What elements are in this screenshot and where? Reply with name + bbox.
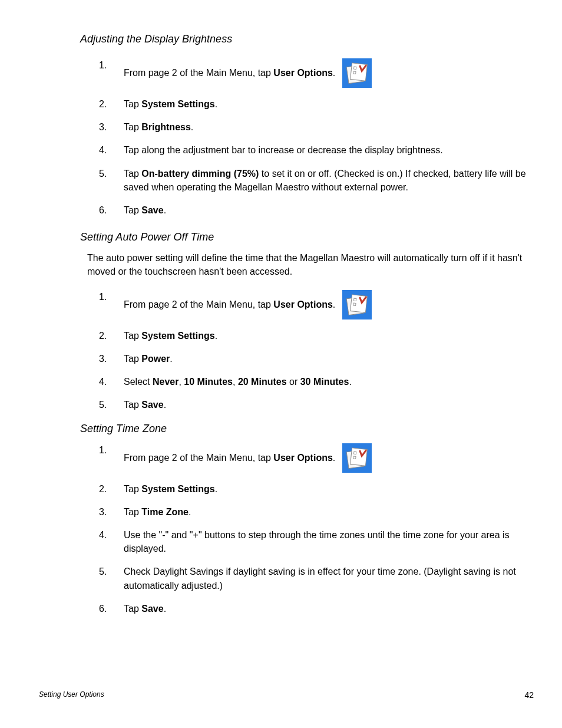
footer-section-title: Setting User Options: [39, 690, 104, 700]
step-text: From page 2 of the Main Menu, tap User O…: [124, 290, 528, 319]
step-text: Tap Brightness.: [124, 120, 528, 134]
step-text: Tap along the adjustment bar to increase…: [124, 143, 528, 157]
step-text: Check Daylight Savings if daylight savin…: [124, 565, 528, 592]
step-number: 5.: [99, 565, 124, 578]
step-text: Tap System Settings.: [124, 482, 528, 496]
step-item: 1. From page 2 of the Main Menu, tap Use…: [99, 290, 528, 319]
step-number: 2.: [99, 329, 124, 342]
section-heading: Setting Time Zone: [80, 423, 534, 435]
steps-list: 1. From page 2 of the Main Menu, tap Use…: [99, 58, 534, 217]
step-item: 3.Tap Brightness.: [99, 120, 528, 134]
step-number: 4.: [99, 375, 124, 388]
step-number: 5.: [99, 398, 124, 411]
svg-rect-9: [351, 447, 368, 466]
step-text: From page 2 of the Main Menu, tap User O…: [124, 443, 528, 473]
steps-list: 1. From page 2 of the Main Menu, tap Use…: [99, 290, 534, 412]
step-text: Tap Save.: [124, 203, 528, 217]
step-text: Select Never, 10 Minutes, 20 Minutes or …: [124, 375, 528, 388]
user-options-icon: [342, 58, 372, 88]
section-heading: Setting Auto Power Off Time: [80, 231, 534, 243]
step-number: 1.: [99, 58, 124, 72]
step-text: Tap System Settings.: [124, 97, 528, 111]
step-number: 1.: [99, 290, 124, 304]
step-text: Tap System Settings.: [124, 329, 528, 342]
step-item: 2.Tap System Settings.: [99, 482, 528, 496]
step-item: 1. From page 2 of the Main Menu, tap Use…: [99, 58, 528, 88]
step-item: 4.Tap along the adjustment bar to increa…: [99, 143, 528, 157]
step-text: Tap On-battery dimming (75%) to set it o…: [124, 167, 528, 194]
step-item: 3.Tap Time Zone.: [99, 505, 528, 519]
step-number: 2.: [99, 482, 124, 496]
step-item: 5.Check Daylight Savings if daylight sav…: [99, 565, 528, 592]
step-item: 3.Tap Power.: [99, 352, 528, 365]
step-number: 3.: [99, 120, 124, 134]
step-number: 1.: [99, 443, 124, 457]
user-options-icon: [342, 443, 372, 473]
step-number: 3.: [99, 352, 124, 365]
document-page: Adjusting the Display Brightness 1. From…: [0, 0, 562, 728]
step-item: 5.Tap Save.: [99, 398, 528, 411]
step-item: 1. From page 2 of the Main Menu, tap Use…: [99, 443, 528, 473]
step-item: 2.Tap System Settings.: [99, 329, 528, 342]
step-text: From page 2 of the Main Menu, tap User O…: [124, 58, 528, 88]
step-item: 6.Tap Save.: [99, 203, 528, 217]
step-number: 4.: [99, 143, 124, 157]
step-number: 6.: [99, 203, 124, 217]
svg-rect-1: [351, 63, 368, 81]
step-text: Tap Time Zone.: [124, 505, 528, 519]
page-number: 42: [524, 690, 534, 700]
step-number: 4.: [99, 528, 124, 542]
svg-rect-5: [351, 295, 368, 313]
step-item: 2.Tap System Settings.: [99, 97, 528, 111]
step-item: 4.Use the "-" and "+" buttons to step th…: [99, 528, 528, 555]
step-item: 4.Select Never, 10 Minutes, 20 Minutes o…: [99, 375, 528, 388]
user-options-icon: [342, 290, 372, 319]
step-text: Tap Save.: [124, 602, 528, 615]
step-text: Tap Power.: [124, 352, 528, 365]
step-number: 5.: [99, 167, 124, 180]
step-number: 3.: [99, 505, 124, 519]
steps-list: 1. From page 2 of the Main Menu, tap Use…: [99, 443, 534, 615]
step-item: 6.Tap Save.: [99, 602, 528, 615]
page-footer: Setting User Options 42: [39, 690, 534, 700]
section-intro: The auto power setting will define the t…: [87, 252, 528, 278]
step-item: 5.Tap On-battery dimming (75%) to set it…: [99, 167, 528, 194]
step-number: 6.: [99, 602, 124, 615]
step-text: Tap Save.: [124, 398, 528, 411]
section-heading: Adjusting the Display Brightness: [80, 33, 534, 45]
step-number: 2.: [99, 97, 124, 111]
step-text: Use the "-" and "+" buttons to step thro…: [124, 528, 528, 555]
